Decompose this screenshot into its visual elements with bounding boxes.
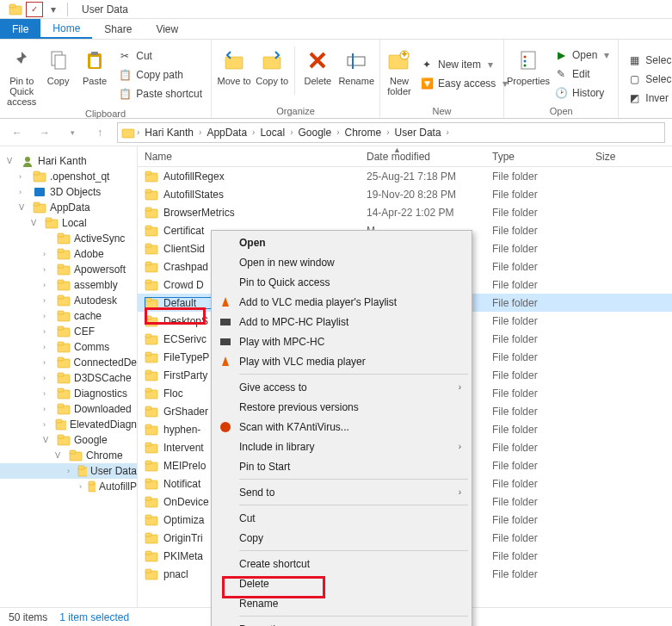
easy-access-button[interactable]: 🔽Easy access▾: [416, 75, 511, 92]
paste-shortcut-button[interactable]: 📋Paste shortcut: [114, 85, 206, 102]
ctx-k7[interactable]: Scan with K7AntiVirus...: [213, 417, 470, 437]
new-folder-button[interactable]: ✦ New folder: [385, 43, 413, 104]
ctx-restore[interactable]: Restore previous versions: [213, 397, 470, 417]
ctx-library[interactable]: Include in library›: [213, 437, 470, 456]
tree-item[interactable]: ›3D Objects: [0, 184, 137, 200]
ctx-copy[interactable]: Copy: [213, 528, 470, 548]
expand-icon[interactable]: ›: [19, 172, 29, 181]
expand-icon[interactable]: ›: [79, 482, 84, 491]
crumb-2[interactable]: Local: [256, 127, 288, 139]
history-button[interactable]: 🕑History: [551, 84, 613, 102]
up-button[interactable]: ↑: [89, 122, 110, 143]
tree-item[interactable]: ›User Data: [0, 463, 137, 479]
copy-button[interactable]: Copy: [41, 43, 74, 107]
ctx-send-to[interactable]: Send to›: [213, 482, 470, 502]
ctx-open-new-window[interactable]: Open in new window: [213, 252, 470, 272]
tree-item[interactable]: ›assembly: [0, 277, 137, 293]
col-type[interactable]: Type: [492, 151, 595, 163]
expand-icon[interactable]: ›: [67, 467, 74, 475]
pin-quick-access-button[interactable]: Pin to Quick access: [5, 43, 38, 107]
crumb-3[interactable]: Google: [294, 127, 335, 139]
move-to-button[interactable]: Move to: [217, 43, 251, 104]
delete-button[interactable]: Delete: [300, 43, 335, 104]
tree-item[interactable]: ›.openshot_qt: [0, 169, 137, 184]
ctx-delete[interactable]: Delete: [213, 573, 470, 593]
table-row[interactable]: BrowserMetrics14-Apr-22 1:02 PMFile fold…: [138, 203, 672, 221]
tree-item[interactable]: ᐯGoogle: [0, 432, 137, 448]
expand-icon[interactable]: ›: [43, 389, 53, 398]
crumb-0[interactable]: Hari Kanth: [141, 127, 197, 139]
back-button[interactable]: ←: [7, 122, 28, 143]
ctx-rename[interactable]: Rename: [213, 593, 470, 613]
expand-icon[interactable]: ›: [43, 296, 53, 305]
paste-button[interactable]: Paste: [78, 43, 111, 107]
expand-icon[interactable]: ›: [19, 188, 29, 196]
expand-icon[interactable]: ›: [43, 405, 53, 413]
ctx-cut[interactable]: Cut: [213, 508, 470, 528]
tree-item[interactable]: ᐯLocal: [0, 215, 137, 231]
invert-selection-button[interactable]: ◩Inver: [624, 90, 672, 107]
expand-icon[interactable]: ›: [43, 420, 52, 429]
expand-icon[interactable]: ›: [43, 327, 53, 336]
expand-icon[interactable]: ›: [43, 343, 53, 351]
qat-properties-icon[interactable]: ✓: [26, 2, 43, 17]
expand-icon[interactable]: ᐯ: [31, 219, 41, 227]
tree-item[interactable]: ›cache: [0, 308, 137, 324]
crumb-1[interactable]: AppData: [203, 127, 250, 139]
tree-item[interactable]: ᐯHari Kanth: [0, 153, 137, 169]
col-name[interactable]: Name: [145, 151, 367, 163]
tab-file[interactable]: File: [0, 19, 40, 39]
table-row[interactable]: AutofillRegex25-Aug-21 7:18 PMFile folde…: [138, 167, 672, 185]
tree-item[interactable]: ›D3DSCache: [0, 370, 137, 386]
expand-icon[interactable]: ›: [43, 265, 53, 274]
ctx-play-mpc[interactable]: Play with MPC-HC: [213, 332, 470, 351]
select-all-button[interactable]: ▦Selec: [624, 52, 672, 69]
ctx-give-access[interactable]: Give access to›: [213, 377, 470, 397]
ctx-create-shortcut[interactable]: Create shortcut: [213, 554, 470, 573]
new-item-button[interactable]: ✦New item▾: [416, 56, 511, 73]
tree-item[interactable]: ›AutofillP: [0, 479, 137, 494]
expand-icon[interactable]: ›: [43, 281, 53, 289]
tree-item[interactable]: ›CEF: [0, 324, 137, 339]
ctx-mpc-playlist[interactable]: Add to MPC-HC Playlist: [213, 312, 470, 332]
expand-icon[interactable]: ›: [43, 312, 53, 320]
expand-icon[interactable]: ᐯ: [7, 157, 17, 165]
tree-item[interactable]: ›Adobe: [0, 246, 137, 262]
expand-icon[interactable]: ᐯ: [19, 203, 29, 212]
ctx-pin-start[interactable]: Pin to Start: [213, 456, 470, 476]
properties-button[interactable]: Properties: [509, 43, 547, 104]
tree-item[interactable]: ᐯAppData: [0, 200, 137, 215]
ctx-properties[interactable]: Properties: [213, 619, 470, 626]
forward-button[interactable]: →: [34, 122, 55, 143]
col-date[interactable]: Date modified: [367, 151, 492, 163]
copy-path-button[interactable]: 📋Copy path: [114, 66, 206, 84]
expand-icon[interactable]: ›: [43, 374, 53, 382]
qat-dropdown[interactable]: ▾: [45, 2, 62, 17]
tab-view[interactable]: View: [144, 19, 190, 39]
tree-item[interactable]: ›ConnectedDe: [0, 355, 137, 370]
rename-button[interactable]: Rename: [338, 43, 374, 104]
tab-share[interactable]: Share: [92, 19, 144, 39]
table-row[interactable]: AutofillStates19-Nov-20 8:28 PMFile fold…: [138, 185, 672, 203]
ctx-pin-quick[interactable]: Pin to Quick access: [213, 272, 470, 292]
tree-item[interactable]: ›Apowersoft: [0, 262, 137, 277]
ctx-vlc-playlist[interactable]: Add to VLC media player's Playlist: [213, 292, 470, 312]
copy-to-button[interactable]: Copy to: [255, 43, 289, 104]
tree-view[interactable]: ᐯHari Kanth›.openshot_qt›3D ObjectsᐯAppD…: [0, 146, 138, 608]
tab-home[interactable]: Home: [40, 19, 92, 39]
open-button[interactable]: ▶Open▾: [551, 46, 613, 64]
breadcrumb[interactable]: › Hari Kanth› AppData› Local› Google› Ch…: [117, 122, 665, 143]
tree-item[interactable]: ᐯChrome: [0, 448, 137, 463]
tree-item[interactable]: ›ElevatedDiagn: [0, 417, 137, 432]
edit-button[interactable]: ✎Edit: [551, 65, 613, 83]
crumb-4[interactable]: Chrome: [342, 127, 385, 139]
tree-item[interactable]: ActiveSync: [0, 231, 137, 246]
expand-icon[interactable]: ᐯ: [55, 451, 65, 460]
crumb-5[interactable]: User Data: [391, 127, 445, 139]
tree-item[interactable]: ›Downloaded: [0, 401, 137, 417]
ctx-open[interactable]: Open: [213, 232, 470, 252]
select-none-button[interactable]: ▢Selec: [624, 71, 672, 88]
expand-icon[interactable]: ›: [43, 358, 53, 367]
tree-item[interactable]: ›Diagnostics: [0, 386, 137, 401]
expand-icon[interactable]: ›: [43, 250, 53, 258]
